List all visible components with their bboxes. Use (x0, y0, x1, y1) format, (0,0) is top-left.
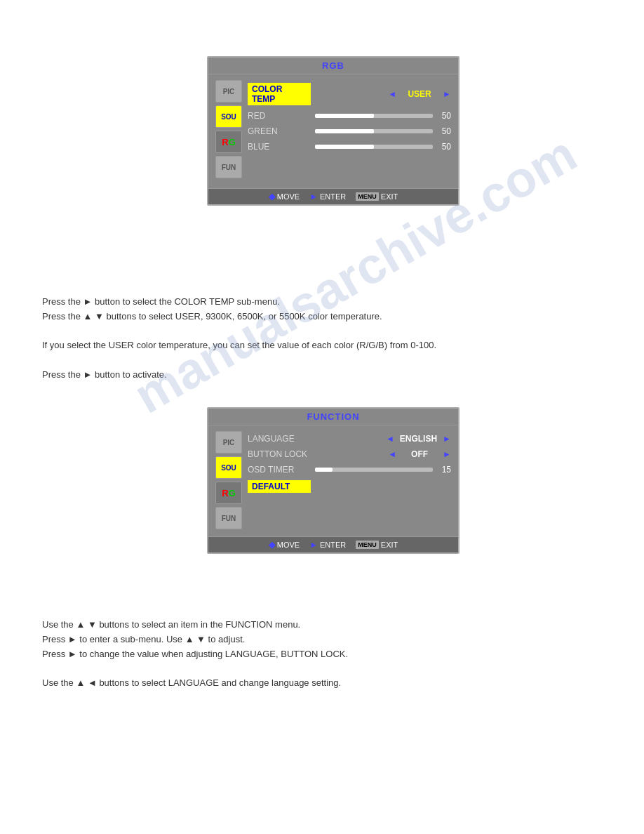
red-fill (315, 114, 374, 118)
func-sidebar-tab-pic[interactable]: PIC (215, 431, 242, 454)
color-temp-row: COLOR TEMP ◄ USER ► (248, 80, 451, 108)
rgb-footer: ◆ MOVE ► ENTER MENU EXIT (208, 188, 458, 204)
green-label: GREEN (248, 126, 311, 136)
button-lock-right-arrow[interactable]: ► (443, 449, 451, 459)
func-sidebar-tab-fun[interactable]: FUN (215, 507, 242, 529)
function-panel: FUNCTION PIC SOU RG FUN LANGUAGE ◄ ENGLI… (207, 407, 459, 554)
button-lock-selector: ◄ OFF ► (315, 449, 451, 459)
function-panel-body: PIC SOU RG FUN LANGUAGE ◄ ENGLISH ► BUTT… (208, 425, 458, 536)
blue-label: BLUE (248, 142, 311, 152)
inst1-line2: Press the ▲ ▼ buttons to select USER, 93… (42, 310, 603, 324)
sidebar-tab-pic[interactable]: PIC (215, 80, 242, 102)
button-lock-value: OFF (402, 449, 437, 459)
language-right-arrow[interactable]: ► (443, 434, 451, 444)
menu-badge: MENU (356, 192, 379, 201)
enter-label: ENTER (320, 192, 346, 201)
exit-label: EXIT (381, 192, 398, 201)
red-track (315, 114, 433, 118)
green-slider: 50 (315, 126, 451, 136)
inst2-line3: Press ► to change the value when adjusti… (42, 647, 603, 662)
default-row: DEFAULT (248, 477, 451, 496)
blue-slider: 50 (315, 142, 451, 152)
func-footer-enter: ► ENTER (309, 540, 346, 550)
func-footer-move: ◆ MOVE (269, 540, 300, 550)
sidebar-tab-rgb[interactable]: RG (215, 131, 242, 153)
osd-timer-value: 15 (437, 465, 451, 475)
red-row: RED 50 (248, 108, 451, 124)
func-move-icon: ◆ (269, 540, 275, 550)
osd-timer-track (315, 468, 433, 472)
func-menu-badge: MENU (356, 541, 379, 549)
color-temp-label: COLOR TEMP (248, 83, 311, 105)
osd-timer-fill (315, 468, 333, 472)
green-track (315, 129, 433, 133)
red-slider: 50 (315, 111, 451, 121)
move-label: MOVE (277, 192, 300, 201)
color-temp-value: USER (402, 89, 437, 99)
func-enter-label: ENTER (320, 541, 346, 549)
func-sidebar-tab-rgb[interactable]: RG (215, 482, 242, 504)
inst2-line4: Use the ▲ ◄ buttons to select LANGUAGE a… (42, 676, 603, 691)
instruction-block-2: Use the ▲ ▼ buttons to select an item in… (42, 618, 603, 691)
button-lock-row: BUTTON LOCK ◄ OFF ► (248, 446, 451, 462)
function-footer: ◆ MOVE ► ENTER MENU EXIT (208, 536, 458, 552)
osd-timer-slider: 15 (315, 465, 451, 475)
inst1-line3: If you select the USER color temperature… (42, 338, 603, 353)
blue-row: BLUE 50 (248, 139, 451, 154)
instruction-block-1: Press the ► button to select the COLOR T… (42, 295, 603, 383)
sidebar-tab-fun[interactable]: FUN (215, 156, 242, 178)
func-footer-exit: MENU EXIT (356, 541, 398, 549)
inst1-line4: Press the ► button to activate. (42, 368, 603, 383)
red-value: 50 (437, 111, 451, 121)
color-temp-selector: ◄ USER ► (315, 89, 451, 99)
inst1-line1: Press the ► button to select the COLOR T… (42, 295, 603, 310)
button-lock-left-arrow[interactable]: ◄ (388, 449, 396, 459)
sidebar-tab-sou[interactable]: SOU (215, 105, 242, 128)
color-temp-left-arrow[interactable]: ◄ (388, 89, 396, 99)
inst2-line2: Press ► to enter a sub-menu. Use ▲ ▼ to … (42, 633, 603, 647)
rgb-panel-body: PIC SOU RG FUN COLOR TEMP ◄ USER ► RED (208, 74, 458, 188)
enter-icon: ► (309, 192, 318, 201)
blue-track (315, 145, 433, 149)
func-move-label: MOVE (277, 541, 300, 549)
func-sidebar-tab-sou[interactable]: SOU (215, 456, 242, 479)
green-value: 50 (437, 126, 451, 136)
language-row: LANGUAGE ◄ ENGLISH ► (248, 431, 451, 446)
language-selector: ◄ ENGLISH ► (315, 434, 451, 444)
footer-enter: ► ENTER (309, 192, 346, 201)
function-sidebar: PIC SOU RG FUN (215, 431, 243, 531)
language-left-arrow[interactable]: ◄ (386, 434, 394, 444)
language-label: LANGUAGE (248, 434, 311, 444)
move-icon: ◆ (269, 192, 275, 201)
func-enter-icon: ► (309, 540, 318, 550)
function-panel-title: FUNCTION (208, 409, 458, 425)
footer-move: ◆ MOVE (269, 192, 300, 201)
osd-timer-label: OSD TIMER (248, 465, 311, 475)
button-lock-label: BUTTON LOCK (248, 449, 311, 459)
default-label: DEFAULT (248, 480, 311, 493)
green-fill (315, 129, 374, 133)
color-temp-right-arrow[interactable]: ► (443, 89, 451, 99)
language-value: ENGLISH (400, 434, 437, 444)
osd-timer-row: OSD TIMER 15 (248, 462, 451, 477)
footer-exit: MENU EXIT (356, 192, 398, 201)
blue-fill (315, 145, 374, 149)
rgb-panel-title: RGB (208, 58, 458, 74)
rgb-content: COLOR TEMP ◄ USER ► RED 50 GR (248, 80, 451, 183)
rgb-sidebar: PIC SOU RG FUN (215, 80, 243, 183)
function-content: LANGUAGE ◄ ENGLISH ► BUTTON LOCK ◄ OFF ►… (248, 431, 451, 531)
green-row: GREEN 50 (248, 124, 451, 139)
func-exit-label: EXIT (381, 541, 398, 549)
inst2-line1: Use the ▲ ▼ buttons to select an item in… (42, 618, 603, 633)
red-label: RED (248, 111, 311, 121)
blue-value: 50 (437, 142, 451, 152)
rgb-panel: RGB PIC SOU RG FUN COLOR TEMP ◄ USER ► (207, 56, 459, 206)
